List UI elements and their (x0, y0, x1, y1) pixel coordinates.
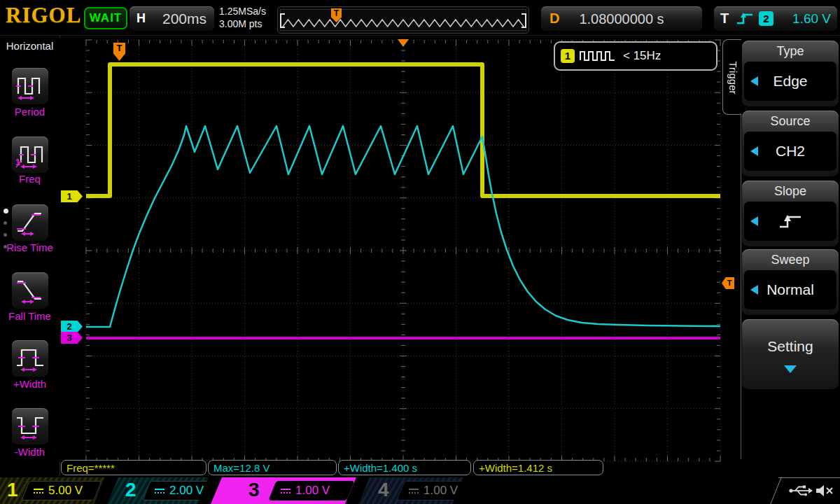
page-indicator-dot (4, 221, 7, 225)
h-label: H (136, 11, 146, 26)
preview-wave (278, 7, 528, 33)
trigger-frequency-readout: 1 < 15Hz (554, 41, 718, 71)
measure-button-period[interactable] (12, 68, 48, 104)
fall-time-icon (15, 275, 46, 306)
channel-status-bar: 1 5.00 V 2 2.00 V 3 1.0 (0, 477, 840, 504)
measure-button-fall-time[interactable] (12, 272, 48, 309)
measurement-pwidth-ch2: +Width=1.400 s (338, 460, 471, 475)
left-triangle-icon (750, 76, 758, 86)
measure-button-neg-width[interactable] (12, 408, 48, 444)
dc-coupling-icon (281, 489, 290, 493)
channel-1-tab[interactable]: 1 5.00 V (0, 477, 105, 504)
t-label: T (720, 10, 729, 27)
channel-4-number: 4 (378, 479, 389, 501)
channel-4-scale-box: 1.00 V (396, 481, 472, 500)
io-section-top-border (778, 477, 840, 478)
measure-label-freq: Freq (0, 173, 59, 185)
channel-4-tab[interactable]: 4 1.00 V (358, 477, 463, 504)
left-triangle-icon (750, 146, 758, 156)
measure-button-rise-time[interactable] (12, 204, 48, 241)
channel-2-scale-box: 2.00 V (142, 481, 223, 500)
rise-time-icon (15, 207, 46, 238)
menu-setting-button[interactable]: Setting (742, 319, 839, 389)
trigger-slope-icon (735, 11, 755, 27)
preview-bracket-left (280, 13, 285, 28)
menu-source-button[interactable]: Source CH2 (742, 111, 839, 176)
speaker-muted-icon (815, 483, 834, 498)
trigger-status-box: T 2 1.60 V (714, 6, 837, 31)
trigger-level-value: 1.60 V (792, 11, 831, 27)
channel-3-scale: 1.00 V (295, 484, 330, 498)
io-section-divider (770, 477, 782, 504)
measurement-pwidth-ch1: +Width=1.412 s (473, 460, 603, 475)
graticule-and-traces (59, 38, 721, 462)
minus-width-icon (15, 411, 46, 442)
waveform-display: T 1 2 3 1 < 15Hz (59, 38, 721, 462)
down-triangle-icon (784, 365, 797, 373)
left-triangle-icon (750, 216, 758, 226)
menu-slope-button[interactable]: Slope (742, 181, 839, 246)
menu-type-label: Type (742, 41, 839, 62)
measure-label-rise-time: Rise Time (0, 241, 59, 253)
measurement-max: Max=12.8 V (208, 460, 337, 475)
acquisition-status-badge: WAIT (84, 7, 127, 29)
menu-tab-trigger: Trigger (722, 39, 741, 115)
usb-icon (788, 483, 813, 498)
menu-type-value: Edge (773, 73, 807, 90)
channel-2-scale: 2.00 V (169, 484, 204, 498)
channel-1-scale: 5.00 V (48, 484, 83, 498)
measure-category-title: Horizontal (0, 40, 59, 52)
measure-label-period: Period (0, 106, 59, 118)
menu-sweep-value: Normal (766, 281, 814, 298)
trigger-source-badge: 2 (759, 11, 774, 26)
delay-value: 1.08000000 s (541, 11, 702, 27)
timebase-value: 200ms (162, 10, 206, 27)
rigol-logo: RIGOL (6, 3, 81, 28)
dc-coupling-icon (34, 489, 43, 493)
channel-2-tab[interactable]: 2 2.00 V (107, 477, 209, 504)
top-status-bar: RIGOL WAIT H 200ms 1.25MSa/s 3.00M pts T… (0, 0, 840, 36)
memory-depth: 3.00M pts (219, 18, 266, 30)
dc-coupling-icon (155, 489, 164, 493)
measure-sidebar: Horizontal Period 1 Freq (0, 35, 60, 476)
dc-coupling-icon (409, 489, 419, 493)
channel-4-scale: 1.00 V (424, 484, 458, 498)
pulse-train-icon (580, 50, 616, 62)
trigger-source-channel-badge: 1 (561, 49, 575, 63)
measure-button-freq[interactable]: 1 (12, 136, 48, 173)
menu-divider (741, 113, 741, 459)
menu-source-label: Source (742, 111, 839, 132)
period-icon (15, 71, 46, 102)
trigger-menu-panel: Trigger Type Edge Source CH2 Slope (721, 35, 840, 476)
channel-2-number: 2 (125, 479, 136, 501)
trigger-frequency-value: < 15Hz (623, 49, 661, 63)
measurement-freq: Freq=***** (61, 460, 206, 475)
menu-tab-label: Trigger (725, 41, 739, 115)
plus-width-icon (15, 343, 46, 374)
menu-source-value: CH2 (776, 143, 805, 160)
measure-label-fall-time: Fall Time (0, 310, 59, 322)
menu-setting-label: Setting (742, 319, 839, 364)
menu-sweep-button[interactable]: Sweep Normal (742, 249, 839, 315)
oscilloscope-screen: RIGOL WAIT H 200ms 1.25MSa/s 3.00M pts T… (0, 0, 840, 504)
measure-button-pos-width[interactable] (12, 340, 48, 377)
sample-rate: 1.25MSa/s (219, 5, 266, 18)
page-indicator-dot (4, 245, 7, 248)
channel-3-tab-selected[interactable]: 3 1.00 V (211, 477, 356, 504)
rising-edge-icon (776, 212, 805, 230)
trigger-delay-box: 1.08000000 s D (541, 6, 702, 31)
freq-icon: 1 (15, 139, 46, 170)
measure-label-pos-width: +Width (0, 378, 59, 390)
d-label: D (550, 10, 559, 27)
menu-sweep-label: Sweep (742, 249, 839, 270)
channel-3-number: 3 (248, 479, 260, 501)
waveform-memory-preview: T (277, 6, 529, 34)
preview-bracket-right (522, 13, 526, 28)
sample-rate-block: 1.25MSa/s 3.00M pts (219, 5, 266, 30)
channel-3-scale-box: 1.00 V (268, 481, 354, 500)
page-indicator-dot (4, 233, 7, 237)
menu-type-button[interactable]: Type Edge (742, 41, 839, 106)
measure-label-neg-width: -Width (0, 446, 59, 458)
horizontal-timebase-box: H 200ms (130, 6, 214, 31)
page-indicator-dot-active (4, 209, 8, 214)
